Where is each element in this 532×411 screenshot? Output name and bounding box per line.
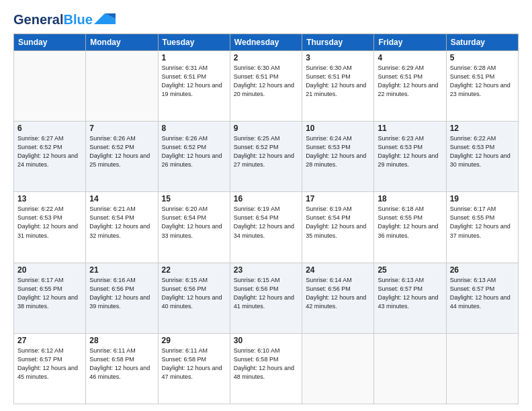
calendar-cell [302,333,374,404]
calendar-cell: 23Sunrise: 6:15 AMSunset: 6:56 PMDayligh… [230,263,302,333]
calendar-cell: 4Sunrise: 6:29 AMSunset: 6:51 PMDaylight… [374,51,446,122]
page: GeneralBlue SundayMondayTuesdayWednesday… [0,0,532,411]
calendar-cell: 14Sunrise: 6:21 AMSunset: 6:54 PMDayligh… [86,192,158,263]
day-info: Sunrise: 6:21 AMSunset: 6:54 PMDaylight:… [89,205,154,240]
calendar-cell: 13Sunrise: 6:22 AMSunset: 6:53 PMDayligh… [14,192,86,263]
day-info: Sunrise: 6:22 AMSunset: 6:53 PMDaylight:… [17,205,82,240]
calendar-cell: 29Sunrise: 6:11 AMSunset: 6:58 PMDayligh… [158,333,230,404]
week-row-4: 20Sunrise: 6:17 AMSunset: 6:55 PMDayligh… [14,263,519,333]
day-info: Sunrise: 6:25 AMSunset: 6:52 PMDaylight:… [234,134,298,169]
calendar-cell: 30Sunrise: 6:10 AMSunset: 6:58 PMDayligh… [230,333,302,404]
calendar-cell [14,51,86,122]
col-header-thursday: Thursday [302,34,374,51]
logo-icon [94,12,116,26]
calendar-cell: 15Sunrise: 6:20 AMSunset: 6:54 PMDayligh… [158,192,230,263]
day-number: 25 [378,265,442,275]
day-info: Sunrise: 6:11 AMSunset: 6:58 PMDaylight:… [89,347,154,381]
day-info: Sunrise: 6:30 AMSunset: 6:51 PMDaylight:… [234,64,298,99]
day-info: Sunrise: 6:26 AMSunset: 6:52 PMDaylight:… [162,134,226,169]
day-number: 13 [17,194,82,203]
day-number: 6 [17,124,82,133]
week-row-1: 1Sunrise: 6:31 AMSunset: 6:51 PMDaylight… [14,51,519,122]
calendar-cell: 26Sunrise: 6:13 AMSunset: 6:57 PMDayligh… [446,263,518,333]
calendar-cell: 20Sunrise: 6:17 AMSunset: 6:55 PMDayligh… [14,263,86,333]
day-number: 9 [234,124,298,133]
calendar-cell: 28Sunrise: 6:11 AMSunset: 6:58 PMDayligh… [86,333,158,404]
calendar-cell: 22Sunrise: 6:15 AMSunset: 6:56 PMDayligh… [158,263,230,333]
calendar-cell: 2Sunrise: 6:30 AMSunset: 6:51 PMDaylight… [230,51,302,122]
day-info: Sunrise: 6:30 AMSunset: 6:51 PMDaylight:… [306,64,370,99]
day-number: 7 [89,124,154,133]
logo-blue: Blue [63,12,92,27]
day-number: 17 [306,194,370,203]
calendar-cell [446,333,518,404]
calendar-cell [86,51,158,122]
calendar-cell: 21Sunrise: 6:16 AMSunset: 6:56 PMDayligh… [86,263,158,333]
day-info: Sunrise: 6:13 AMSunset: 6:57 PMDaylight:… [378,276,442,311]
calendar-cell: 7Sunrise: 6:26 AMSunset: 6:52 PMDaylight… [86,122,158,192]
calendar-cell: 9Sunrise: 6:25 AMSunset: 6:52 PMDaylight… [230,122,302,192]
calendar-cell: 16Sunrise: 6:19 AMSunset: 6:54 PMDayligh… [230,192,302,263]
day-info: Sunrise: 6:20 AMSunset: 6:54 PMDaylight:… [162,205,226,240]
day-info: Sunrise: 6:28 AMSunset: 6:51 PMDaylight:… [450,64,515,99]
calendar-cell: 3Sunrise: 6:30 AMSunset: 6:51 PMDaylight… [302,51,374,122]
day-number: 1 [162,53,226,62]
day-number: 8 [162,124,226,133]
calendar-cell: 1Sunrise: 6:31 AMSunset: 6:51 PMDaylight… [158,51,230,122]
calendar-cell: 24Sunrise: 6:14 AMSunset: 6:56 PMDayligh… [302,263,374,333]
day-info: Sunrise: 6:11 AMSunset: 6:58 PMDaylight:… [162,347,226,381]
calendar-table: SundayMondayTuesdayWednesdayThursdayFrid… [13,34,519,404]
day-info: Sunrise: 6:16 AMSunset: 6:56 PMDaylight:… [89,276,154,311]
day-number: 14 [89,194,154,203]
day-info: Sunrise: 6:19 AMSunset: 6:54 PMDaylight:… [306,205,370,240]
day-number: 23 [234,265,298,275]
day-number: 2 [234,53,298,62]
day-number: 12 [450,124,515,133]
day-info: Sunrise: 6:15 AMSunset: 6:56 PMDaylight:… [162,276,226,311]
day-number: 15 [162,194,226,203]
calendar-cell: 27Sunrise: 6:12 AMSunset: 6:57 PMDayligh… [14,333,86,404]
calendar-cell: 11Sunrise: 6:23 AMSunset: 6:53 PMDayligh… [374,122,446,192]
day-info: Sunrise: 6:24 AMSunset: 6:53 PMDaylight:… [306,134,370,169]
calendar-cell: 10Sunrise: 6:24 AMSunset: 6:53 PMDayligh… [302,122,374,192]
day-number: 21 [89,265,154,275]
day-number: 20 [17,265,82,275]
day-number: 27 [17,336,82,345]
col-header-monday: Monday [86,34,158,51]
col-header-saturday: Saturday [446,34,518,51]
day-info: Sunrise: 6:10 AMSunset: 6:58 PMDaylight:… [234,347,298,381]
day-info: Sunrise: 6:17 AMSunset: 6:55 PMDaylight:… [17,276,82,311]
logo-general: General [13,12,63,27]
day-info: Sunrise: 6:12 AMSunset: 6:57 PMDaylight:… [17,347,82,381]
day-info: Sunrise: 6:22 AMSunset: 6:53 PMDaylight:… [450,134,515,169]
col-header-friday: Friday [374,34,446,51]
day-info: Sunrise: 6:17 AMSunset: 6:55 PMDaylight:… [450,205,515,240]
day-info: Sunrise: 6:18 AMSunset: 6:55 PMDaylight:… [378,205,442,240]
day-number: 18 [378,194,442,203]
day-info: Sunrise: 6:31 AMSunset: 6:51 PMDaylight:… [162,64,226,99]
calendar-cell: 25Sunrise: 6:13 AMSunset: 6:57 PMDayligh… [374,263,446,333]
calendar-cell: 17Sunrise: 6:19 AMSunset: 6:54 PMDayligh… [302,192,374,263]
day-number: 24 [306,265,370,275]
day-number: 3 [306,53,370,62]
day-number: 19 [450,194,515,203]
calendar-cell [374,333,446,404]
calendar-cell: 5Sunrise: 6:28 AMSunset: 6:51 PMDaylight… [446,51,518,122]
day-info: Sunrise: 6:27 AMSunset: 6:52 PMDaylight:… [17,134,82,169]
day-info: Sunrise: 6:19 AMSunset: 6:54 PMDaylight:… [234,205,298,240]
day-number: 16 [234,194,298,203]
day-number: 26 [450,265,515,275]
day-number: 4 [378,53,442,62]
calendar-cell: 8Sunrise: 6:26 AMSunset: 6:52 PMDaylight… [158,122,230,192]
col-header-wednesday: Wednesday [230,34,302,51]
day-number: 22 [162,265,226,275]
day-number: 28 [89,336,154,345]
day-number: 10 [306,124,370,133]
day-info: Sunrise: 6:26 AMSunset: 6:52 PMDaylight:… [89,134,154,169]
day-number: 30 [234,336,298,345]
day-info: Sunrise: 6:23 AMSunset: 6:53 PMDaylight:… [378,134,442,169]
day-number: 11 [378,124,442,133]
col-header-tuesday: Tuesday [158,34,230,51]
day-info: Sunrise: 6:29 AMSunset: 6:51 PMDaylight:… [378,64,442,99]
header: GeneralBlue [13,12,519,27]
